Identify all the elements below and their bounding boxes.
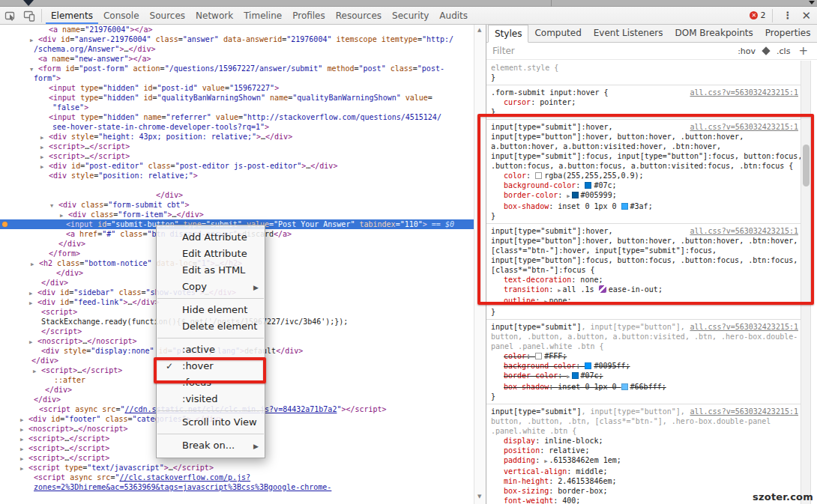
dom-tree-row[interactable]: <a name="21976004"></a> (0, 25, 474, 34)
sidebar-tab-styles[interactable]: Styles (488, 25, 528, 43)
menu-item-label: Hide element (182, 304, 247, 315)
dom-tree-row[interactable]: form"> (0, 73, 474, 83)
dom-tree-row[interactable]: <input type="hidden" id="qualityBanWarni… (0, 93, 474, 103)
watermark: szoter.com (753, 491, 813, 503)
dom-tree-row[interactable]: ▶<div id="post-editor" class="post-edito… (0, 161, 474, 171)
css-property-position[interactable]: position: relative; (491, 446, 798, 455)
scroll-down-arrow-icon[interactable]: ▼ (477, 494, 481, 500)
tab-timeline[interactable]: Timeline (238, 7, 287, 24)
color-swatch[interactable] (572, 372, 579, 379)
context-menu-item-edit-attribute[interactable]: Edit Attribute (157, 246, 265, 262)
context-menu-item-add-attribute[interactable]: Add Attribute (157, 229, 265, 246)
dom-tree-row[interactable]: ▶<div id="answer-21976004" class="answer… (0, 34, 474, 44)
tab-network[interactable]: Network (190, 7, 238, 24)
dom-tree-row[interactable]: ▼<form id="post-form" action="/questions… (0, 64, 474, 73)
dom-tree-row[interactable]: /schema.org/Answer">…</div> (0, 44, 474, 54)
dom-tree-row[interactable]: ▶<div style="height: 43px; position: rel… (0, 132, 474, 142)
context-menu-item-active[interactable]: :active (157, 341, 265, 358)
css-property-color[interactable]: color: #FFF; (491, 351, 798, 361)
css-selector[interactable]: element.style { (491, 63, 798, 73)
css-property-border-color[interactable]: border-color: ▶#07c; (491, 371, 798, 382)
css-property-display[interactable]: display: inline-block; (491, 436, 798, 446)
menu-separator (157, 434, 264, 434)
sidebar-tab-computed[interactable]: Computed (528, 25, 587, 42)
tab-profiles[interactable]: Profiles (287, 7, 331, 24)
css-property-min-height[interactable]: min-height: 2.46153846em; (491, 476, 798, 486)
css-rule: all.css?v=563032423215:1input[type="subm… (486, 320, 801, 404)
overflow-menu-icon[interactable]: ⋮ (783, 12, 792, 19)
strip-divider (551, 0, 552, 7)
menu-item-label: Break on... (182, 440, 235, 451)
css-selector[interactable]: button, .button, a.button, a.button:visi… (491, 332, 798, 341)
sidebar-tab-properties[interactable]: Properties (759, 25, 817, 42)
scroll-up-arrow-icon[interactable]: ▲ (477, 27, 481, 33)
context-menu-item-delete-element[interactable]: Delete element (157, 318, 265, 335)
toggle-element-state-button[interactable]: :hov (738, 46, 756, 56)
menu-separator (157, 298, 264, 299)
css-property-name: font-weight (504, 497, 553, 504)
tab-resources[interactable]: Resources (331, 7, 387, 24)
menu-separator (157, 338, 264, 338)
dom-tree-row[interactable]: <input type="hidden" id="post-id" value=… (0, 83, 474, 93)
new-style-rule-button[interactable]: + (798, 44, 808, 58)
css-selector[interactable]: panel .panel.white .btn { (491, 341, 798, 351)
css-rule-close-brace: } (491, 73, 798, 82)
error-count: 2 (760, 10, 765, 20)
sidebar-tab-event-listeners[interactable]: Event Listeners (588, 25, 669, 42)
dom-tree-row[interactable]: <a name="new-answer"></a> (0, 54, 474, 64)
dom-tree-row[interactable]: <input type="hidden" name="referrer" val… (0, 112, 474, 122)
color-swatch[interactable] (621, 383, 628, 390)
context-menu-item-break-on[interactable]: Break on...▶ (157, 437, 265, 454)
device-mode-icon[interactable] (23, 10, 35, 22)
dom-tree-row[interactable]: zones=2%3Dhireme&ac=5363969&tags=javascr… (0, 482, 474, 492)
sidebar-tab-dom-breakpoints[interactable]: DOM Breakpoints (669, 25, 759, 42)
expand-arrow-icon[interactable]: ▶ (567, 372, 570, 382)
close-devtools-icon[interactable]: ✕ (801, 9, 811, 22)
context-menu-item-scroll-into-view[interactable]: Scroll into View (157, 414, 265, 431)
tab-elements[interactable]: Elements (46, 7, 98, 24)
context-menu-item-edit-as-html[interactable]: Edit as HTML (157, 262, 265, 279)
dom-tree-row[interactable]: see-hover-state-in-chrome-developer-tool… (0, 122, 474, 132)
toggle-class-button[interactable]: .cls (777, 46, 790, 56)
dom-tree-row[interactable]: <div style="position: relative;"> (0, 171, 474, 180)
css-property-box-shadow[interactable]: box-shadow: inset 0 1px 0 #66bfff; (491, 382, 798, 392)
color-swatch[interactable] (535, 353, 542, 359)
stylesheet-link[interactable]: all.css?v=563032423215:1 (690, 88, 799, 97)
dom-tree-row[interactable]: ▶<script type="text/javascript">…</scrip… (0, 463, 474, 473)
dom-tree-row[interactable]: ▶<script>…</script> (0, 142, 474, 151)
error-count-badge[interactable]: ✕ 2 (750, 10, 765, 20)
dom-tree-row[interactable]: </div> (0, 190, 474, 200)
tab-console[interactable]: Console (98, 7, 145, 24)
stylesheet-link[interactable]: all.css?v=563032423215:1 (690, 407, 799, 416)
element-state-icon[interactable] (762, 46, 770, 55)
stylesheet-link[interactable]: all.css?v=563032423215:1 (690, 322, 799, 332)
css-selector[interactable]: button, .button, .btn, [class*="btn-"], … (491, 416, 798, 426)
css-selector[interactable]: .panel.white .btn { (491, 426, 798, 436)
toolbar-separator (41, 9, 42, 22)
dom-tree-row[interactable]: ▶<script>…</script> (0, 151, 474, 161)
color-swatch[interactable] (585, 362, 591, 369)
dom-tree-row[interactable]: ▶<div class="form-item">…</div> (0, 210, 474, 219)
styles-filter-input[interactable] (492, 46, 734, 56)
css-rule: element.style {} (486, 61, 801, 85)
css-property-vertical-align[interactable]: vertical-align: middle; (491, 467, 798, 476)
context-menu-item-copy[interactable]: Copy▶ (157, 279, 265, 295)
css-property-background-color[interactable]: background-color: #0095ff; (491, 361, 798, 371)
context-menu-item-hide-element[interactable]: Hide element (157, 302, 265, 318)
css-property-padding[interactable]: padding: ▶.61538462em 1em; (491, 455, 798, 467)
css-property-cursor[interactable]: cursor: pointer; (491, 97, 798, 107)
dom-tree-row[interactable]: "false"> (0, 103, 474, 112)
tab-audits[interactable]: Audits (434, 7, 473, 24)
tab-security[interactable]: Security (387, 7, 434, 24)
dom-tree-row[interactable]: ▼<div class="form-submit cbt"> (0, 200, 474, 210)
expand-arrow-icon[interactable]: ▶ (544, 457, 547, 467)
menu-item-label: Copy (182, 281, 207, 292)
tab-sources[interactable]: Sources (145, 7, 190, 24)
css-property-font-weight[interactable]: font-weight: 400; (491, 496, 798, 504)
css-rule-close-brace: } (491, 392, 798, 401)
inspect-element-icon[interactable] (4, 10, 16, 22)
dom-tree-row[interactable]: <script async src="//clc.stackoverflow.c… (0, 473, 474, 482)
error-icon: ✕ (750, 11, 758, 19)
context-menu-item-visited[interactable]: :visited (157, 391, 265, 407)
css-property-box-sizing[interactable]: box-sizing: border-box; (491, 486, 798, 496)
